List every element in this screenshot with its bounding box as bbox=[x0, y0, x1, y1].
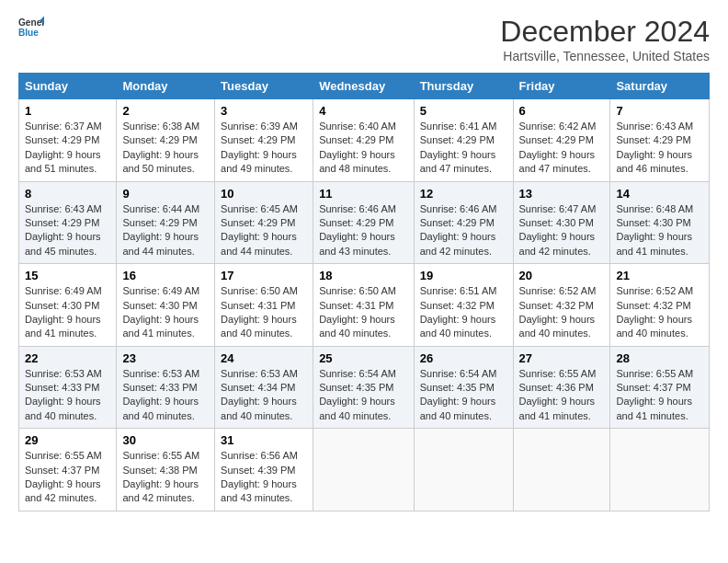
calendar-cell: 12 Sunrise: 6:46 AMSunset: 4:29 PMDaylig… bbox=[414, 181, 513, 264]
calendar-cell: 8 Sunrise: 6:43 AMSunset: 4:29 PMDayligh… bbox=[19, 181, 117, 264]
week-row-2: 8 Sunrise: 6:43 AMSunset: 4:29 PMDayligh… bbox=[19, 181, 710, 264]
day-number: 16 bbox=[122, 269, 209, 282]
col-header-monday: Monday bbox=[117, 74, 215, 99]
day-number: 28 bbox=[616, 351, 703, 365]
day-info: Sunrise: 6:45 AMSunset: 4:29 PMDaylight:… bbox=[221, 203, 298, 257]
calendar-cell: 5 Sunrise: 6:41 AMSunset: 4:29 PMDayligh… bbox=[414, 99, 513, 182]
day-info: Sunrise: 6:53 AMSunset: 4:33 PMDaylight:… bbox=[122, 368, 199, 421]
day-info: Sunrise: 6:46 AMSunset: 4:29 PMDaylight:… bbox=[319, 203, 396, 257]
day-info: Sunrise: 6:50 AMSunset: 4:31 PMDaylight:… bbox=[319, 285, 396, 339]
day-info: Sunrise: 6:41 AMSunset: 4:29 PMDaylight:… bbox=[420, 121, 497, 174]
calendar-cell: 30 Sunrise: 6:55 AMSunset: 4:38 PMDaylig… bbox=[117, 429, 215, 511]
day-number: 27 bbox=[519, 351, 605, 365]
day-number: 20 bbox=[519, 269, 605, 282]
col-header-tuesday: Tuesday bbox=[215, 74, 313, 99]
day-number: 4 bbox=[319, 104, 408, 118]
day-info: Sunrise: 6:53 AMSunset: 4:34 PMDaylight:… bbox=[221, 368, 298, 421]
day-number: 15 bbox=[25, 269, 110, 282]
day-number: 17 bbox=[221, 269, 307, 282]
calendar-cell: 17 Sunrise: 6:50 AMSunset: 4:31 PMDaylig… bbox=[215, 264, 313, 347]
svg-text:Blue: Blue bbox=[18, 28, 39, 38]
day-info: Sunrise: 6:49 AMSunset: 4:30 PMDaylight:… bbox=[122, 285, 199, 339]
calendar-table: SundayMondayTuesdayWednesdayThursdayFrid… bbox=[18, 73, 710, 511]
calendar-cell: 9 Sunrise: 6:44 AMSunset: 4:29 PMDayligh… bbox=[117, 181, 215, 264]
logo: General Blue bbox=[18, 15, 44, 40]
day-number: 8 bbox=[25, 187, 110, 201]
day-info: Sunrise: 6:53 AMSunset: 4:33 PMDaylight:… bbox=[25, 368, 102, 421]
col-header-sunday: Sunday bbox=[19, 74, 117, 99]
day-number: 14 bbox=[616, 187, 703, 201]
week-row-4: 22 Sunrise: 6:53 AMSunset: 4:33 PMDaylig… bbox=[19, 346, 710, 429]
calendar-cell: 28 Sunrise: 6:55 AMSunset: 4:37 PMDaylig… bbox=[610, 346, 710, 429]
calendar-cell: 22 Sunrise: 6:53 AMSunset: 4:33 PMDaylig… bbox=[19, 346, 117, 429]
day-info: Sunrise: 6:44 AMSunset: 4:29 PMDaylight:… bbox=[122, 203, 199, 257]
day-number: 22 bbox=[25, 351, 110, 365]
calendar-cell: 7 Sunrise: 6:43 AMSunset: 4:29 PMDayligh… bbox=[610, 99, 710, 182]
day-info: Sunrise: 6:54 AMSunset: 4:35 PMDaylight:… bbox=[420, 368, 497, 421]
calendar-cell: 4 Sunrise: 6:40 AMSunset: 4:29 PMDayligh… bbox=[313, 99, 415, 182]
header-row: SundayMondayTuesdayWednesdayThursdayFrid… bbox=[19, 74, 710, 99]
week-row-5: 29 Sunrise: 6:55 AMSunset: 4:37 PMDaylig… bbox=[19, 429, 710, 511]
day-info: Sunrise: 6:49 AMSunset: 4:30 PMDaylight:… bbox=[25, 285, 102, 339]
calendar-cell: 20 Sunrise: 6:52 AMSunset: 4:32 PMDaylig… bbox=[513, 264, 610, 347]
day-info: Sunrise: 6:55 AMSunset: 4:37 PMDaylight:… bbox=[616, 368, 693, 421]
day-info: Sunrise: 6:52 AMSunset: 4:32 PMDaylight:… bbox=[519, 285, 597, 339]
day-number: 5 bbox=[420, 104, 507, 118]
week-row-1: 1 Sunrise: 6:37 AMSunset: 4:29 PMDayligh… bbox=[19, 99, 710, 182]
calendar-cell: 21 Sunrise: 6:52 AMSunset: 4:32 PMDaylig… bbox=[610, 264, 710, 347]
calendar-cell: 24 Sunrise: 6:53 AMSunset: 4:34 PMDaylig… bbox=[215, 346, 313, 429]
logo-icon: General Blue bbox=[18, 15, 44, 40]
calendar-cell: 2 Sunrise: 6:38 AMSunset: 4:29 PMDayligh… bbox=[117, 99, 215, 182]
day-number: 23 bbox=[122, 351, 209, 365]
calendar-cell: 26 Sunrise: 6:54 AMSunset: 4:35 PMDaylig… bbox=[414, 346, 513, 429]
week-row-3: 15 Sunrise: 6:49 AMSunset: 4:30 PMDaylig… bbox=[19, 264, 710, 347]
col-header-friday: Friday bbox=[513, 74, 610, 99]
calendar-cell bbox=[610, 429, 710, 511]
day-number: 10 bbox=[221, 187, 307, 201]
page-header: General Blue December 2024 Hartsville, T… bbox=[18, 15, 710, 63]
day-info: Sunrise: 6:54 AMSunset: 4:35 PMDaylight:… bbox=[319, 368, 396, 421]
day-info: Sunrise: 6:40 AMSunset: 4:29 PMDaylight:… bbox=[319, 121, 396, 174]
day-number: 24 bbox=[221, 351, 307, 365]
day-info: Sunrise: 6:37 AMSunset: 4:29 PMDaylight:… bbox=[25, 121, 102, 174]
calendar-cell bbox=[313, 429, 415, 511]
calendar-cell: 27 Sunrise: 6:55 AMSunset: 4:36 PMDaylig… bbox=[513, 346, 610, 429]
location: Hartsville, Tennessee, United States bbox=[500, 49, 710, 63]
calendar-cell: 18 Sunrise: 6:50 AMSunset: 4:31 PMDaylig… bbox=[313, 264, 415, 347]
day-number: 13 bbox=[519, 187, 605, 201]
day-number: 12 bbox=[420, 187, 507, 201]
day-info: Sunrise: 6:55 AMSunset: 4:36 PMDaylight:… bbox=[519, 368, 597, 421]
day-info: Sunrise: 6:46 AMSunset: 4:29 PMDaylight:… bbox=[420, 203, 497, 257]
day-number: 2 bbox=[122, 104, 209, 118]
calendar-cell: 19 Sunrise: 6:51 AMSunset: 4:32 PMDaylig… bbox=[414, 264, 513, 347]
calendar-cell: 25 Sunrise: 6:54 AMSunset: 4:35 PMDaylig… bbox=[313, 346, 415, 429]
calendar-cell: 10 Sunrise: 6:45 AMSunset: 4:29 PMDaylig… bbox=[215, 181, 313, 264]
calendar-cell: 6 Sunrise: 6:42 AMSunset: 4:29 PMDayligh… bbox=[513, 99, 610, 182]
day-number: 31 bbox=[221, 433, 307, 447]
day-number: 11 bbox=[319, 187, 408, 201]
calendar-cell: 3 Sunrise: 6:39 AMSunset: 4:29 PMDayligh… bbox=[215, 99, 313, 182]
calendar-cell: 29 Sunrise: 6:55 AMSunset: 4:37 PMDaylig… bbox=[19, 429, 117, 511]
calendar-cell: 14 Sunrise: 6:48 AMSunset: 4:30 PMDaylig… bbox=[610, 181, 710, 264]
day-number: 1 bbox=[25, 104, 110, 118]
calendar-cell: 1 Sunrise: 6:37 AMSunset: 4:29 PMDayligh… bbox=[19, 99, 117, 182]
day-info: Sunrise: 6:52 AMSunset: 4:32 PMDaylight:… bbox=[616, 285, 693, 339]
col-header-wednesday: Wednesday bbox=[313, 74, 415, 99]
calendar-cell: 31 Sunrise: 6:56 AMSunset: 4:39 PMDaylig… bbox=[215, 429, 313, 511]
day-info: Sunrise: 6:48 AMSunset: 4:30 PMDaylight:… bbox=[616, 203, 693, 257]
day-number: 3 bbox=[221, 104, 307, 118]
calendar-cell bbox=[414, 429, 513, 511]
day-info: Sunrise: 6:50 AMSunset: 4:31 PMDaylight:… bbox=[221, 285, 298, 339]
day-info: Sunrise: 6:42 AMSunset: 4:29 PMDaylight:… bbox=[519, 121, 597, 174]
day-info: Sunrise: 6:55 AMSunset: 4:37 PMDaylight:… bbox=[25, 450, 102, 503]
day-number: 9 bbox=[122, 187, 209, 201]
calendar-cell: 15 Sunrise: 6:49 AMSunset: 4:30 PMDaylig… bbox=[19, 264, 117, 347]
col-header-thursday: Thursday bbox=[414, 74, 513, 99]
day-number: 7 bbox=[616, 104, 703, 118]
day-info: Sunrise: 6:43 AMSunset: 4:29 PMDaylight:… bbox=[616, 121, 693, 174]
day-number: 19 bbox=[420, 269, 507, 282]
day-number: 29 bbox=[25, 433, 110, 447]
day-number: 6 bbox=[519, 104, 605, 118]
day-number: 18 bbox=[319, 269, 408, 282]
day-number: 21 bbox=[616, 269, 703, 282]
